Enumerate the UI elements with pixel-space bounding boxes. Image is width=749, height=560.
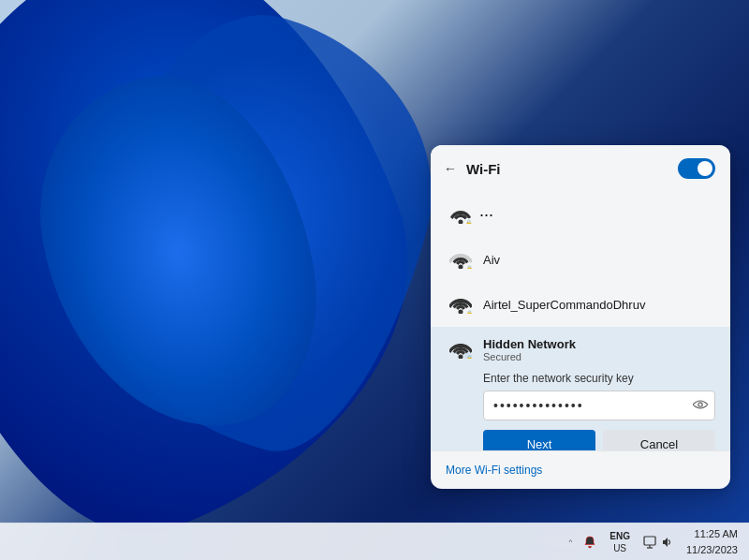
- date-display: 11/23/2023: [686, 543, 738, 556]
- wifi-connecting-icon-wrap: 🔒: [446, 199, 476, 229]
- svg-point-9: [459, 355, 463, 360]
- hidden-network-row[interactable]: 🔒 Hidden Network Secured: [446, 334, 715, 364]
- toggle-knob: [698, 161, 712, 176]
- svg-text:🔒: 🔒: [466, 354, 473, 360]
- notification-icon-wrap[interactable]: [578, 532, 602, 553]
- svg-point-0: [459, 220, 463, 225]
- password-input[interactable]: [483, 391, 715, 420]
- taskbar: ^ ENG US: [0, 523, 749, 560]
- language-indicator[interactable]: ENG US: [606, 529, 634, 555]
- wifi-panel-title: Wi-Fi: [466, 161, 501, 177]
- wifi-aiv-icon-wrap: 🔒: [446, 244, 476, 274]
- svg-point-6: [459, 310, 463, 315]
- show-password-icon[interactable]: [693, 398, 708, 413]
- hidden-network-form: Enter the network security key Next Canc: [446, 364, 715, 450]
- monitor-icon: [643, 536, 656, 549]
- wifi-panel-header: ← Wi-Fi: [431, 145, 730, 188]
- password-label: Enter the network security key: [446, 372, 715, 385]
- hidden-network-info: Hidden Network Secured: [483, 337, 715, 362]
- wifi-hidden-icon-wrap: 🔒: [446, 334, 476, 364]
- desktop-background: ← Wi-Fi 🔒: [0, 0, 749, 560]
- hidden-network-status: Secured: [483, 351, 715, 362]
- wifi-panel: ← Wi-Fi 🔒: [431, 145, 730, 489]
- lang-line2: US: [613, 543, 626, 553]
- wifi-network-airtel[interactable]: 🔒 Airtel_SuperCommandoDhruv: [431, 282, 730, 327]
- system-tray-chevron[interactable]: ^: [567, 534, 575, 550]
- wifi-header-left: ← Wi-Fi: [444, 161, 501, 177]
- wifi-airtel-icon-wrap: 🔒: [446, 289, 476, 319]
- cancel-button[interactable]: Cancel: [603, 430, 715, 450]
- svg-point-3: [459, 265, 463, 270]
- wifi-airtel-icon: 🔒: [449, 295, 472, 314]
- taskbar-right: ^ ENG US: [567, 525, 742, 558]
- svg-text:🔒: 🔒: [465, 219, 472, 225]
- svg-rect-13: [644, 537, 655, 545]
- wifi-hidden-icon: 🔒: [449, 340, 472, 359]
- datetime-display[interactable]: 11:25 AM 11/23/2023: [683, 525, 742, 558]
- wifi-airtel-name: Airtel_SuperCommandoDhruv: [483, 298, 645, 312]
- svg-text:🔒: 🔒: [466, 264, 473, 270]
- svg-point-12: [698, 403, 702, 406]
- action-buttons: Next Cancel: [446, 430, 715, 450]
- wifi-toggle[interactable]: [678, 158, 715, 179]
- back-button[interactable]: ←: [444, 161, 457, 176]
- wifi-network-hidden: 🔒 Hidden Network Secured Enter the netwo…: [431, 327, 730, 450]
- password-field-wrap: [483, 391, 715, 420]
- svg-text:🔒: 🔒: [466, 309, 473, 315]
- notification-icon: [583, 536, 596, 549]
- hidden-network-name: Hidden Network: [483, 337, 715, 351]
- wifi-aiv-icon: 🔒: [449, 250, 472, 269]
- lang-line1: ENG: [609, 531, 630, 541]
- wifi-settings-link[interactable]: More Wi-Fi settings: [446, 464, 542, 477]
- next-button[interactable]: Next: [483, 430, 595, 450]
- volume-icon: [660, 536, 673, 549]
- system-icons-area[interactable]: [638, 532, 679, 553]
- time-display: 11:25 AM: [695, 527, 738, 540]
- wifi-footer: More Wi-Fi settings: [431, 450, 730, 489]
- wifi-network-list: 🔒 ··· 🔒 Aiv: [431, 188, 730, 450]
- wifi-network-aiv[interactable]: 🔒 Aiv: [431, 237, 730, 282]
- wifi-connecting-icon: 🔒: [449, 205, 472, 224]
- connecting-dots: ···: [479, 205, 493, 225]
- wifi-aiv-name: Aiv: [483, 253, 500, 267]
- wifi-network-connecting[interactable]: 🔒 ···: [431, 192, 730, 237]
